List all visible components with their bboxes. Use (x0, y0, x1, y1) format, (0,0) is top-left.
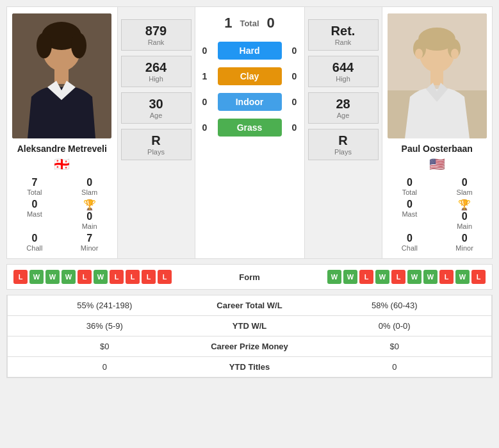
player1-chall: 0 Chall (10, 233, 59, 252)
stats-label-1: YTD W/L (192, 321, 307, 331)
player1-rank-box: 879 Rank (121, 19, 192, 51)
player2-rank-box: Ret. Rank (308, 19, 379, 51)
total-score-right: 0 (267, 15, 275, 31)
player2-total: 0 Total (386, 177, 434, 196)
right-mid-stats: Ret. Rank 644 High 28 Age R Plays (304, 7, 382, 258)
player1-main: 🏆 0 Main (65, 199, 114, 230)
player2-main: 🏆 0 Main (440, 199, 489, 230)
stats-left-2: $0 (17, 342, 192, 351)
left-form-badge-9: L (158, 270, 172, 284)
left-form-badge-8: L (142, 270, 156, 284)
left-mid-stats: 879 Rank 264 High 30 Age R Plays (117, 7, 195, 258)
right-form-badge-6: W (423, 270, 438, 284)
left-form-badge-6: L (110, 270, 124, 284)
surface-row-clay: 1 Clay 0 (199, 67, 301, 85)
left-form-badge-1: W (29, 270, 44, 284)
clay-score-left: 1 (199, 71, 211, 81)
player2-plays-box: R Plays (308, 129, 379, 160)
player2-high-box: 644 High (308, 56, 379, 87)
player1-age-box: 30 Age (121, 92, 192, 124)
surface-rows: 0 Hard 0 1 Clay 0 0 Indoor 0 (199, 42, 301, 137)
svg-point-4 (37, 33, 52, 58)
career-stats-row-1: 36% (5-9) YTD W/L 0% (0-0) (7, 316, 492, 336)
players-section: Aleksandre Metreveli 🇬🇪 7 Total 0 Slam 0… (6, 6, 493, 259)
right-form-badge-1: W (343, 270, 357, 284)
right-form-badge-4: L (391, 270, 405, 284)
form-section: LWWWLWLLLL Form WWLWLWWLWL (6, 264, 493, 290)
player2-slam: 0 Slam (440, 177, 489, 196)
right-form-badge-9: L (471, 270, 486, 284)
player2-age-box: 28 Age (308, 92, 379, 124)
right-form-badge-2: L (359, 270, 373, 284)
career-stats-row-2: $0 Career Prize Money $0 (7, 336, 492, 357)
right-form-badge-0: W (327, 270, 341, 284)
center-area: 1 Total 0 0 Hard 0 1 Clay 0 (195, 7, 304, 258)
right-form-badge-3: W (375, 270, 389, 284)
surface-row-grass: 0 Grass 0 (199, 119, 301, 137)
svg-rect-14 (430, 70, 443, 85)
career-stats-row-3: 0 YTD Titles 0 (7, 357, 492, 377)
trophy-icon-right: 🏆 (458, 199, 471, 211)
svg-point-16 (451, 49, 459, 59)
player1-flag: 🇬🇪 (54, 156, 70, 172)
total-label: Total (240, 19, 259, 28)
player2-minor: 0 Minor (440, 233, 489, 252)
grass-score-right: 0 (288, 122, 301, 133)
stats-left-0: 55% (241-198) (17, 301, 192, 310)
player1-stats-grid: 7 Total 0 Slam 0 Mast 🏆 0 Main 0 (10, 177, 114, 252)
hard-button[interactable]: Hard (218, 42, 282, 60)
player1-total: 7 Total (10, 177, 59, 196)
stats-label-0: Career Total W/L (192, 301, 307, 310)
trophy-icon-left: 🏆 (83, 199, 96, 211)
grass-score-left: 0 (199, 122, 211, 133)
career-stats-row-0: 55% (241-198) Career Total W/L 58% (60-4… (7, 295, 492, 316)
left-player-area: Aleksandre Metreveli 🇬🇪 7 Total 0 Slam 0… (7, 7, 117, 258)
left-form-badge-4: L (78, 270, 92, 284)
form-label: Form (211, 272, 288, 282)
right-player-area: Paul Oosterbaan 🇺🇸 0 Total 0 Slam 0 Mast… (382, 7, 493, 258)
right-form-badge-5: W (407, 270, 421, 284)
total-row: 1 Total 0 (224, 15, 275, 31)
grass-button[interactable]: Grass (218, 119, 282, 137)
left-form-badge-3: W (61, 270, 76, 284)
player1-slam: 0 Slam (65, 177, 114, 196)
player2-photo (388, 13, 487, 138)
stats-right-3: 0 (307, 362, 482, 372)
indoor-score-left: 0 (199, 97, 211, 107)
left-form-badge-5: W (94, 270, 108, 284)
stats-right-0: 58% (60-43) (307, 301, 482, 310)
total-score-left: 1 (224, 15, 232, 31)
indoor-button[interactable]: Indoor (218, 93, 282, 111)
player2-name: Paul Oosterbaan (402, 144, 473, 154)
player1-minor: 7 Minor (65, 233, 114, 252)
clay-score-right: 0 (288, 71, 301, 81)
player1-high-box: 264 High (121, 56, 192, 87)
right-form-badge-7: L (439, 270, 454, 284)
surface-row-hard: 0 Hard 0 (199, 42, 301, 60)
stats-label-3: YTD Titles (192, 362, 307, 372)
surface-row-indoor: 0 Indoor 0 (199, 93, 301, 111)
left-form-badge-2: W (45, 270, 60, 284)
player1-photo (12, 13, 111, 138)
player2-stats-grid: 0 Total 0 Slam 0 Mast 🏆 0 Main 0 (386, 177, 489, 252)
main-container: Aleksandre Metreveli 🇬🇪 7 Total 0 Slam 0… (0, 0, 499, 385)
player2-flag: 🇺🇸 (429, 156, 445, 172)
player1-name: Aleksandre Metreveli (17, 144, 107, 154)
indoor-score-right: 0 (288, 97, 301, 107)
hard-score-right: 0 (288, 46, 301, 56)
clay-button[interactable]: Clay (218, 67, 282, 85)
stats-left-1: 36% (5-9) (17, 321, 192, 331)
player1-mast: 0 Mast (10, 199, 59, 230)
stats-right-2: $0 (307, 342, 482, 351)
player2-chall: 0 Chall (386, 233, 434, 252)
stats-label-2: Career Prize Money (192, 342, 307, 351)
hard-score-left: 0 (199, 46, 211, 56)
career-stats-container: 55% (241-198) Career Total W/L 58% (60-4… (6, 295, 493, 378)
svg-point-5 (71, 33, 86, 58)
svg-point-15 (415, 49, 423, 59)
player1-plays-box: R Plays (121, 129, 192, 160)
right-form-badge-8: W (455, 270, 470, 284)
left-form-badge-7: L (126, 270, 140, 284)
form-badges-right: WWLWLWWLWL (288, 270, 486, 284)
form-badges-left: LWWWLWLLLL (13, 270, 211, 284)
